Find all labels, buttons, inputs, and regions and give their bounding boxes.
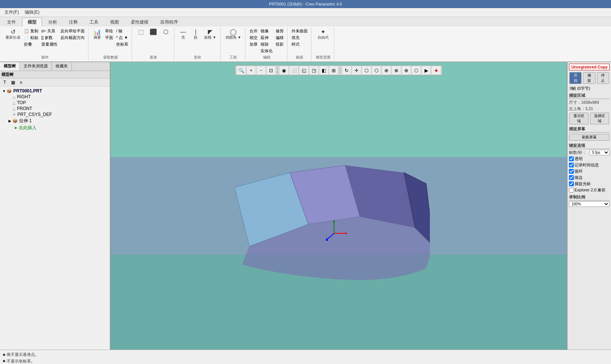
tree-item-right[interactable]: △ RIGHT <box>1 94 108 100</box>
check-record-time[interactable] <box>569 163 574 167</box>
vp-btn-view4[interactable]: ⊞ <box>329 66 338 74</box>
btn-stop[interactable]: 停止 <box>597 72 609 84</box>
tab-model-tree[interactable]: 模型树 <box>0 62 20 71</box>
vp-btn-r8[interactable]: ⬡ <box>412 66 421 74</box>
tab-analysis[interactable]: 分析 <box>43 18 63 26</box>
tree-item-top[interactable]: △ TOP <box>1 100 108 106</box>
vp-btn-r6[interactable]: ⊗ <box>392 66 401 74</box>
btn-show-region[interactable]: 显示区域 <box>569 113 589 124</box>
btn-reverse-sketch[interactable]: 反向草绘平面 <box>59 28 86 34</box>
vp-btn-box[interactable]: ⬜ <box>290 66 298 74</box>
vp-btn-r9[interactable]: ▶ <box>422 66 431 74</box>
check-loop[interactable] <box>569 169 574 174</box>
scale-select[interactable]: 100% 75% 50% <box>569 201 610 207</box>
vp-btn-r7[interactable]: ⊕ <box>402 66 411 74</box>
btn-reverse-section[interactable]: 反向截面方向 <box>59 35 86 41</box>
check-explorer[interactable] <box>569 188 574 192</box>
btn-sketch[interactable]: 草绘 <box>104 28 114 34</box>
btn-solidify[interactable]: 实体化 <box>259 48 274 54</box>
btn-draft[interactable]: ◤ 拔模 ▼ <box>202 28 218 41</box>
fps-select[interactable]: 5 fps 10 fps 15 fps 30 fps <box>590 150 610 155</box>
tab-view[interactable]: 视图 <box>105 18 125 26</box>
vp-btn-view1[interactable]: ◱ <box>300 66 308 74</box>
btn-remove[interactable]: 移除 <box>259 41 274 47</box>
btn-rib[interactable]: | 筋 <box>190 28 202 41</box>
tree-item-front[interactable]: △ FRONT <box>1 106 108 112</box>
btn-offset[interactable]: 偏移 <box>275 35 285 41</box>
btn-thicken[interactable]: 加厚 <box>248 41 259 47</box>
tab-apps[interactable]: 应用程序 <box>155 18 184 26</box>
btn-fill[interactable]: 填充 <box>290 35 309 41</box>
vp-btn-zoom-area[interactable]: ⊡ <box>267 66 276 74</box>
btn-import-surface[interactable]: 外来曲面 <box>290 28 309 34</box>
tree-tool-menu[interactable]: ≡ <box>18 79 24 86</box>
tab-favorites[interactable]: 收藏夹 <box>52 62 72 71</box>
tab-folder-browser[interactable]: 文件夹浏览器 <box>20 62 52 71</box>
btn-csys[interactable]: 坐标系 <box>115 41 129 47</box>
viewport[interactable]: 🔍 ＋ － ⊡ ◉ ⬜ ◱ ◳ ◧ ⊞ ↻ ✛ ⬡ ⬡ ⊕ ⊗ ⊕ ⬡ ▶ ★ <box>111 62 567 350</box>
vp-btn-view2[interactable]: ◳ <box>310 66 318 74</box>
status-bar: 将不显示基准点。 不显示坐标系。 将显示带边着色的模型 <box>0 350 611 364</box>
freestyle-icon: ✦ <box>321 29 325 35</box>
vp-btn-r1[interactable]: ↻ <box>342 66 351 74</box>
btn-capture[interactable]: 捕捉 <box>583 72 595 84</box>
btn-regenerate[interactable]: ↺ 重新生成 <box>4 28 22 41</box>
btn-freestyle[interactable]: ✦ 自由式 <box>316 28 331 41</box>
tree-tool-T[interactable]: T <box>1 79 8 86</box>
vp-btn-view3[interactable]: ◧ <box>320 66 328 74</box>
tab-flexible[interactable]: 柔性建模 <box>125 18 154 26</box>
btn-trim[interactable]: 修剪 <box>275 28 285 34</box>
tab-file[interactable]: 文件 <box>1 18 21 26</box>
btn-plane[interactable]: 平面 <box>104 35 114 41</box>
label-transparent: 透明 <box>575 156 583 162</box>
tree-item-insert[interactable]: ➤ 在此插入 <box>1 124 108 131</box>
btn-intersect[interactable]: 相交 <box>248 35 259 41</box>
check-cursor[interactable] <box>569 181 574 186</box>
btn-merge[interactable]: 合并 <box>248 28 259 34</box>
btn-point[interactable]: * 点 ▼ <box>115 35 129 41</box>
vp-btn-r2[interactable]: ✛ <box>352 66 361 74</box>
tab-tools[interactable]: 工具 <box>84 18 104 26</box>
btn-paste[interactable]: 📄 粘贴 <box>23 35 39 41</box>
btn-axis[interactable]: / 轴 <box>115 28 129 34</box>
tree-tool-grid[interactable]: ▦ <box>10 79 16 86</box>
btn-datum2[interactable]: ⬛ <box>147 28 159 36</box>
btn-relation[interactable]: d= 关系 <box>40 28 59 34</box>
btn-select-region[interactable]: 选择区域 <box>590 113 609 124</box>
btn-mass[interactable]: 质量属性 <box>40 41 59 47</box>
btn-round[interactable]: ◯ 倒圆角 ▼ <box>224 28 243 41</box>
ribbon-group-surface: 外来曲面 填充 样式 曲面 <box>288 27 311 61</box>
expand-extrude1[interactable]: ▶ <box>7 119 13 123</box>
vp-btn-r5[interactable]: ⊕ <box>382 66 391 74</box>
vp-btn-zoom-out[interactable]: － <box>257 66 266 74</box>
tree-item-extrude1[interactable]: ▶ 📦 拉伸 1 <box>1 117 108 124</box>
check-border[interactable] <box>569 175 574 180</box>
btn-datum1[interactable]: ⬚ <box>135 28 147 36</box>
vp-btn-zoom-fit[interactable]: 🔍 <box>237 66 246 74</box>
vp-btn-r3[interactable]: ⬡ <box>362 66 371 74</box>
tab-model[interactable]: 模型 <box>22 18 42 26</box>
btn-refresh-screen[interactable]: 刷新屏幕 <box>569 134 610 141</box>
check-transparent[interactable] <box>569 156 574 161</box>
menu-file[interactable]: 文件(F) <box>1 8 22 16</box>
btn-start[interactable]: 开始 <box>569 72 582 84</box>
btn-params[interactable]: [] 参数 <box>40 35 59 41</box>
btn-fold[interactable]: 折叠 <box>23 41 39 47</box>
btn-datum3[interactable]: ⬡ <box>160 28 172 36</box>
btn-style[interactable]: 样式 <box>290 41 309 47</box>
btn-summary[interactable]: 📊 摘要 <box>91 28 103 41</box>
vp-btn-zoom-in[interactable]: ＋ <box>247 66 256 74</box>
tree-item-prt0001[interactable]: ▼ 📦 PRT0001.PRT <box>1 88 108 94</box>
tree-item-csys[interactable]: ✛ PRT_CSYS_DEF <box>1 112 108 117</box>
btn-shell[interactable]: — 壳 <box>177 28 189 41</box>
menu-edit[interactable]: 编辑(E) <box>22 8 42 16</box>
btn-project[interactable]: 投影 <box>275 41 285 47</box>
expand-prt0001[interactable]: ▼ <box>1 89 7 93</box>
btn-extend[interactable]: 延伸 <box>259 35 274 41</box>
vp-btn-sphere[interactable]: ◉ <box>280 66 289 74</box>
vp-btn-r10[interactable]: ★ <box>432 66 441 74</box>
btn-copy[interactable]: 📋 复制 <box>23 28 39 34</box>
tab-annotation[interactable]: 注释 <box>63 18 83 26</box>
vp-btn-r4[interactable]: ⬡ <box>372 66 381 74</box>
btn-mirror[interactable]: 镜像 <box>259 28 274 34</box>
